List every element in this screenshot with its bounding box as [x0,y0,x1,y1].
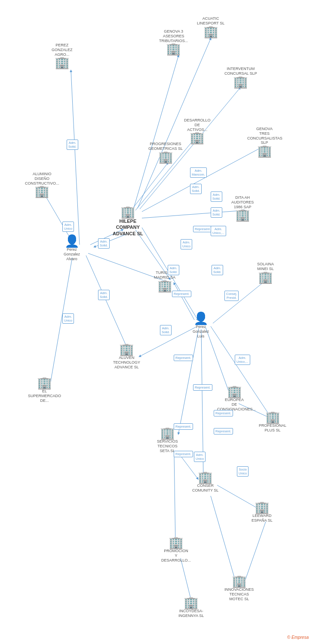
arrows-svg [0,0,313,644]
genova3-icon: 🏢 [166,43,181,55]
relation-adm-solid-9[interactable]: Adm.Solid. [160,325,172,335]
profesional-node[interactable]: 🏢 PROFESIONALPLUS SL [259,411,286,433]
relation-represent-7[interactable]: Represent. [174,423,193,430]
interventum-node[interactable]: INTERVENTUMCONCURSAL SLP 🏢 [224,67,257,88]
el-super-node[interactable]: 🏢 ELSUPERMERCADODE... [28,377,61,403]
svg-line-30 [244,522,266,583]
el-super-icon: 🏢 [37,377,52,389]
acuatic-icon: 🏢 [203,26,218,38]
aluminio-node[interactable]: ALUMINIODISEÑOCONSTRUCTIVO... 🏢 [25,172,59,197]
desarrollo-label-top: DESARROLLODEACTIVOS... [184,118,211,132]
svg-line-29 [211,496,236,582]
hilepe-company[interactable]: 🏢 HILEPECOMPANYADVANCE SL [113,206,143,237]
relation-adm-solid-2[interactable]: Adm.Solid. [98,238,110,249]
profesional-label: PROFESIONALPLUS SL [259,423,286,433]
svg-line-27 [174,455,175,543]
relation-represent-3[interactable]: Represent. [174,355,193,361]
svg-line-1 [71,71,80,245]
solaina-icon: 🏢 [258,271,273,283]
aluven-icon: 🏢 [119,343,134,355]
el-super-label: ELSUPERMERCADODE... [28,389,61,403]
promocion-icon: 🏢 [169,537,184,549]
perez-alvaro-node[interactable]: 👤 PerezGonzalezAlvaro [64,235,80,261]
relation-consej[interactable]: Consej.Presid. [224,291,239,301]
svg-line-7 [86,255,129,352]
hilepe-label: HILEPECOMPANYADVANCE SL [113,218,143,237]
conser-label: CONSERCOMUNITY SL [192,483,218,493]
dita-icon: 🏢 [235,209,250,221]
desarrollo-node[interactable]: DESARROLLODEACTIVOS... 🏢 [184,118,211,144]
relation-adm-solid-1[interactable]: Adm.Solid. [67,140,78,150]
svg-line-8 [131,163,168,210]
relation-adm-unico-6[interactable]: Adm.Unico [194,452,206,462]
europea-label: EUROPEADECONSIGNACIONES... [217,398,252,411]
svg-line-19 [178,328,199,434]
diagram-container: 🏢 HILEPECOMPANYADVANCE SL 👤 PerezGonzale… [0,0,313,644]
turismo-icon: 🏢 [157,280,172,292]
acuatic-label-top: ACUATICLINESPORT SL [197,16,224,26]
svg-line-28 [181,558,191,601]
incoydesa-icon: 🏢 [184,597,199,609]
relation-adm-unico-3[interactable]: Adm.Unico [181,239,192,249]
desarrollo-icon: 🏢 [190,132,205,144]
innovaciones-node[interactable]: 🏢 INNOVACIONESTECNICASMOTEC SL [224,575,254,601]
genova-tres-icon: 🏢 [257,145,272,157]
relation-adm-solid-4[interactable]: Adm.Solid. [190,184,202,194]
perez-agro-icon: 🏢 [55,57,70,69]
perez-agro-node[interactable]: PEREZGONZALEZAGRO... 🏢 [52,43,73,69]
aluven-node[interactable]: 🏢 ALUVENTECHNOLOGYADVANCE SL [113,343,140,369]
conser-icon: 🏢 [198,471,213,483]
relation-represent-4[interactable]: Represent. [193,384,212,391]
genova3-label-top: GENOVA 3ASESORESTRIBUTARIOS... [159,29,188,43]
relation-adm-unico-4[interactable]: Adm.Unico,... [211,226,226,236]
relation-represent-8[interactable]: Represent. [174,451,193,457]
relation-adm-unico-1[interactable]: Adm.Unico [62,222,74,232]
genova3-node[interactable]: GENOVA 3ASESORESTRIBUTARIOS... 🏢 [159,29,188,55]
relation-socio-unico[interactable]: SocioUnico [237,466,249,477]
leeward-icon: 🏢 [255,501,270,513]
relation-adm-mancom[interactable]: Adm.Mancom. [190,167,207,178]
relation-adm-solid-7[interactable]: Adm.Solid. [168,265,179,275]
solaina-node[interactable]: SOLAINAMINEI SL 🏢 [257,262,274,283]
relation-adm-solid-5[interactable]: Adm.Solid. [211,191,222,202]
svg-line-22 [213,277,270,323]
progresiones-icon: 🏢 [158,151,173,163]
europea-icon: 🏢 [227,386,242,398]
relation-adm-unico-5[interactable]: Adm.Unico,... [235,355,250,365]
incoydesa-node[interactable]: 🏢 INCOYDESA-INGENNYA SL [178,597,204,618]
relation-adm-solid-6[interactable]: Adm.Solid. [211,207,222,218]
profesional-icon: 🏢 [265,411,280,423]
perez-luis-node[interactable]: 👤 PerezGonzalezLuis [193,313,209,338]
relation-represent-6[interactable]: Represent. [214,428,233,434]
leeward-node[interactable]: 🏢 LEEWARDESPAÑA SL [252,501,273,523]
genova-tres-label-top: GENOVATRESCONCURSALISTAS SLP [247,127,282,145]
conser-node[interactable]: 🏢 CONSERCOMUNITY SL [192,471,218,493]
genova-tres-node[interactable]: GENOVATRESCONCURSALISTAS SLP 🏢 [247,127,282,157]
progresiones-label-top: PROGRESIONESGEOMETRICAS SL [148,142,183,151]
promocion-label: PROMOCIONYDESARROLLO... [161,549,191,562]
relation-adm-solid-3[interactable]: Adm.Solid. [98,290,110,300]
perez-luis-label: PerezGonzalezLuis [193,325,209,338]
promocion-node[interactable]: 🏢 PROMOCIONYDESARROLLO... [161,537,191,562]
perez-luis-icon: 👤 [193,313,209,325]
leeward-label: LEEWARDESPAÑA SL [252,513,273,523]
hilepe-icon: 🏢 [120,206,135,218]
svg-line-9 [133,56,178,210]
servicios-node[interactable]: 🏢 SERVICIOSTECNICOSSETA SL [157,427,178,453]
acuatic-node[interactable]: ACUATICLINESPORT SL 🏢 [197,16,224,38]
dita-node[interactable]: DITA AHAUDITORES1986 SAP 🏢 [231,195,254,221]
relation-represent-5[interactable]: Represent. [214,410,233,416]
interventum-label-top: INTERVENTUMCONCURSAL SLP [224,67,257,76]
relation-adm-solid-8[interactable]: Adm.Solid. [212,265,223,275]
perez-alvaro-label: PerezGonzalezAlvaro [64,247,80,261]
dita-label-top: DITA AHAUDITORES1986 SAP [231,195,254,209]
perez-alvaro-icon: 👤 [64,235,80,247]
progresiones-node[interactable]: PROGRESIONESGEOMETRICAS SL 🏢 [148,142,183,163]
incoydesa-label: INCOYDESA-INGENNYA SL [178,609,204,618]
solaina-label-top: SOLAINAMINEI SL [257,262,274,271]
relation-represent-2[interactable]: Represent. [172,291,191,297]
relation-represent-1[interactable]: Represent. [193,226,212,232]
relation-adm-unico-2[interactable]: Adm.Unico [62,313,74,324]
svg-line-14 [142,210,244,218]
europea-node[interactable]: 🏢 EUROPEADECONSIGNACIONES... [217,386,252,411]
